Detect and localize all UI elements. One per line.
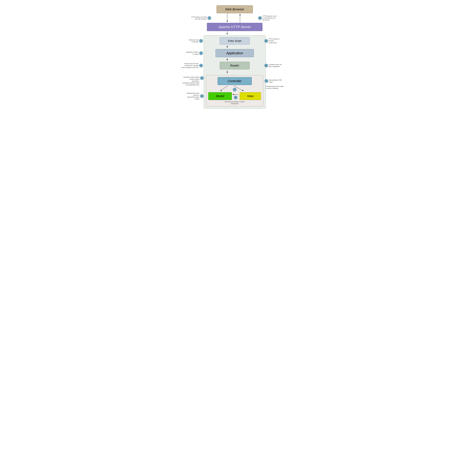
web-browser-row: Web Browser [191,5,278,13]
big-dashed-center: index.php script is executed 2 Entry Scr… [204,35,266,108]
arrow-apache-entry [191,31,278,35]
application-text: Application [226,51,243,55]
step10-right: 10 Controller returns the data to applic… [264,64,284,67]
step11-num: 11 [265,40,267,42]
step12-text: HTTP response is sent to client browser … [263,15,276,21]
big-dashed-box: index.php script is executed 2 Entry Scr… [204,35,266,108]
model-text: Model [216,95,224,98]
controller-inner-row: Controller's action method extracts requ… [208,77,261,85]
controller-arrows-row: 7 Controller passes the models to view f… [208,85,261,92]
step8-annotation: View may use models to retrieve needed d… [208,101,261,105]
controller-text: Controller [228,79,242,83]
step9-circle: 9 [264,79,268,83]
step1-annotation: HTTP request is received URL http://loca… [191,16,212,20]
entry-script-box: Entry Script [220,37,250,44]
step5-left: Controller's action method extracts requ… [182,76,204,86]
apache-entry-arrow [212,31,257,35]
step2-label: index.php script is executed [189,39,199,42]
step2-annotation: index.php script is executed [186,39,199,43]
big-dashed-row: index.php script is executed 2 Entry Scr… [191,35,278,108]
entry-script-box-wrapper: Entry Script [206,37,263,44]
full-layout: Web Browser HTTP request is received URL… [191,5,278,108]
step5-circle: 5 [200,76,204,80]
controller-passes-text: Controller passes the models to view for… [266,85,287,89]
step4-num: 4 [201,65,201,66]
step12-annotation: 12 HTTP response is sent to client brows… [257,15,278,21]
controller-box-wrapper: Controller [208,77,261,85]
router-box: Router [220,62,250,69]
arrow-entry-app [206,45,263,48]
step9-num: 9 [266,80,267,82]
step11-annotation: HTTP response is returned to web server [269,38,284,44]
step10-label: Controller returns the data to applicati… [269,64,282,67]
step4-circle: 4 [199,64,203,67]
step6-num: 6 [201,95,202,97]
step6-circle: 6 [200,94,204,98]
application-inner-row: Application instance is created 3 Applic… [206,49,263,57]
svg-line-12 [221,86,228,90]
step2-left: index.php script is executed 2 [186,39,203,43]
step7-num: 7 [234,89,235,91]
step4-annotation: Router parses the URL and looks for cont… [181,63,199,69]
model-box: Model [208,92,232,100]
step3-annotation: Application instance is created [186,51,199,55]
application-box-wrapper: Application [206,49,263,57]
step6-left: Model performs taks specific to app busi… [183,92,204,100]
step9-label: View produces HTML output [269,79,282,83]
step8-num: 8 [235,96,236,98]
arrow-apache-down-svg [219,31,251,35]
step7-area: 7 [233,88,236,91]
inner-dashed-box: Controller's action method extracts requ… [206,75,263,106]
step11-label: HTTP response is returned to web server [269,38,280,43]
step11-circle: 11 [264,39,268,43]
step1-text: HTTP request is received URL http://loca… [191,16,207,20]
arrows-svg-1 [219,13,251,23]
arrows-browser-apache: HTTP request is received URL http://loca… [191,13,278,23]
svg-marker-13 [220,90,222,91]
step5-annotation: Controller's action method extracts requ… [182,76,200,86]
step3-circle: 3 [199,51,203,55]
arrow-router-inner [206,71,263,74]
svg-marker-3 [239,14,241,15]
arrow-app-router-svg [219,58,251,61]
step12-circle: 12 [258,16,262,20]
step5-label: Controller's action method extracts requ… [182,76,199,86]
step2-num: 2 [201,40,201,42]
view-model-arrow: 8 [232,93,239,99]
step3-left: Application instance is created 3 [186,51,203,55]
step8-label: View may use models to retrieve needed d… [225,101,245,105]
svg-marker-11 [227,72,228,73]
web-browser-center: Web Browser [212,5,257,13]
view-text: View [247,95,254,98]
diagram-container: Web Browser HTTP request is received URL… [189,2,276,115]
web-browser-text: Web Browser [225,8,244,11]
svg-marker-7 [227,46,228,48]
step11-right: 11 HTTP response is returned to web serv… [264,38,284,44]
arrows-center [212,13,257,23]
step5-num: 5 [201,77,202,79]
svg-marker-1 [227,21,228,22]
step10-num: 10 [265,65,267,66]
apache-text: Apache HTTP Server [219,25,251,29]
step9-right: 9 View produces HTML output [264,79,286,83]
step7-circle: 7 [233,88,236,91]
arrow-app-router [206,58,263,61]
step1-num: 1 [209,17,210,19]
step6-annotation: Model performs taks specific to app busi… [183,92,200,100]
step4-left: Router parses the URL and looks for cont… [181,63,203,69]
step2-circle: 2 [199,39,203,43]
step8-circle: 8 [234,96,237,99]
step10-circle: 10 [264,64,268,67]
step3-label: Application instance is created [186,51,199,55]
view-box: View [240,92,261,100]
step8-label-row: View may use models to retrieve needed d… [208,101,261,105]
step1-label: HTTP request is received URL http://loca… [191,16,207,20]
step4-label: Router parses the URL and looks for cont… [182,63,199,68]
step6-label: Model performs taks specific to app busi… [187,92,200,100]
entry-script-text: Entry Script [228,39,241,42]
arrow-entry-app-svg [219,45,251,48]
arrow-router-inner-svg [219,71,251,74]
svg-marker-15 [242,90,243,91]
svg-marker-9 [227,59,228,61]
router-box-wrapper: Router [206,62,263,69]
